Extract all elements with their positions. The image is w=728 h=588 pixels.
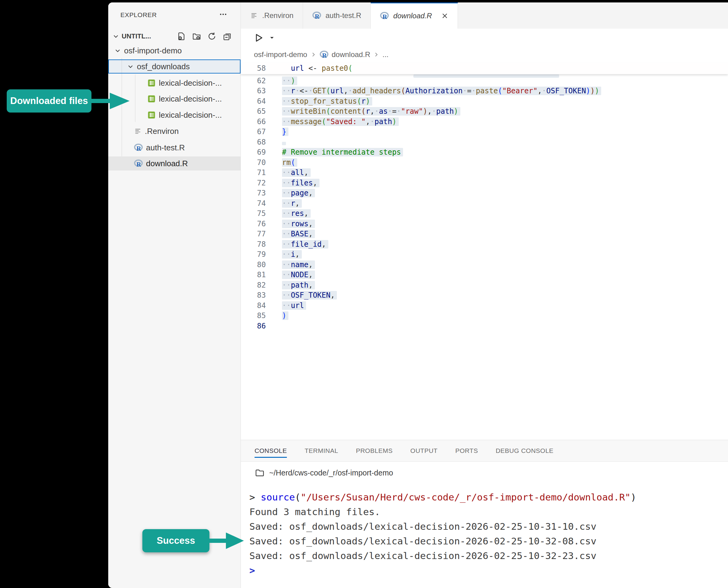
editor-tab--renviron[interactable]: .Renviron (241, 2, 303, 29)
r-file-icon: R (134, 159, 143, 168)
console-line: Saved: osf_downloads/lexical-decision-20… (249, 534, 728, 548)
breadcrumb-item[interactable]: osf-import-demo (254, 50, 307, 59)
tab-label: .Renviron (262, 11, 294, 20)
console-output[interactable]: > source("/Users/Susan/Herd/cws-code/_r/… (241, 484, 728, 588)
line-number: 81 (241, 271, 266, 279)
breadcrumb-item[interactable]: ... (382, 50, 388, 59)
line-number: 76 (241, 219, 266, 228)
tree-item-label: lexical-decision-... (159, 110, 222, 120)
tree-item-label: osf_downloads (137, 62, 190, 71)
panel-tab-ports[interactable]: PORTS (455, 440, 478, 461)
refresh-icon[interactable] (208, 32, 216, 41)
code-line-69: 69# Remove intermediate steps (241, 147, 728, 158)
code-line: url <- paste0( (282, 64, 352, 72)
csv-file-icon (147, 111, 156, 119)
code-line-84: 84··url (241, 300, 728, 311)
new-file-icon[interactable] (177, 32, 186, 41)
more-actions-icon[interactable] (219, 10, 227, 18)
svg-text:R: R (322, 52, 327, 59)
code-line-74: 74··r, (241, 198, 728, 209)
code-editor[interactable]: 62··)63··r·<-·GET(url,·add_headers(Autho… (241, 76, 728, 331)
run-dropdown-icon[interactable] (269, 35, 275, 41)
explorer-header: EXPLORER (108, 2, 240, 27)
code-line-86: 86 (241, 321, 728, 331)
new-folder-icon[interactable] (192, 32, 201, 41)
code-line-66: 66··message("Saved: ",·path) (241, 117, 728, 127)
line-number: 84 (241, 301, 266, 310)
r-file-icon: R (320, 50, 329, 59)
working-directory-row: ~/Herd/cws-code/_r/osf-import-demo (241, 462, 728, 484)
panel-tab-terminal[interactable]: TERMINAL (304, 440, 338, 461)
chevron-down-icon (112, 33, 119, 40)
text-file-icon (250, 12, 258, 20)
code-line-76: 76··rows, (241, 219, 728, 229)
line-number: 74 (241, 199, 266, 208)
svg-text:R: R (383, 13, 387, 20)
collapse-all-icon[interactable] (223, 32, 231, 41)
console-line: Found 3 matching files. (249, 504, 728, 519)
code-line-71: 71··all, (241, 168, 728, 178)
tree-item-osf-import-demo[interactable]: osf-import-demo (108, 44, 240, 58)
editor-tab-download-r[interactable]: Rdownload.R (371, 2, 458, 29)
line-number: 71 (241, 168, 266, 177)
svg-text:R: R (136, 161, 141, 168)
close-icon[interactable] (441, 12, 448, 20)
console-line: > source("/Users/Susan/Herd/cws-code/_r/… (249, 490, 728, 504)
workspace-section-header[interactable]: UNTITL... (108, 29, 240, 43)
code-line-70: 70rm( (241, 158, 728, 168)
explorer-sidebar: EXPLORER UNTITL... (108, 2, 241, 588)
tree-item-auth-test-r[interactable]: Rauth-test.R (108, 141, 240, 155)
folder-icon (255, 468, 264, 477)
r-file-icon: R (380, 11, 389, 20)
chevron-right-icon (311, 51, 317, 58)
csv-file-icon (147, 79, 156, 87)
line-number: 77 (241, 230, 266, 238)
breadcrumb-item[interactable]: download.R (332, 50, 370, 59)
working-directory-path[interactable]: ~/Herd/cws-code/_r/osf-import-demo (269, 468, 393, 477)
line-number: 80 (241, 260, 266, 269)
run-file-button[interactable] (254, 33, 264, 43)
console-prompt[interactable]: > (249, 563, 728, 578)
bottom-panel: CONSOLETERMINALPROBLEMSOUTPUTPORTSDEBUG … (241, 440, 728, 588)
code-line-78: 78··file_id, (241, 239, 728, 250)
line-number: 82 (241, 281, 266, 289)
chevron-right-icon (373, 51, 379, 58)
code-line-64: 64··stop_for_status(r) (241, 96, 728, 106)
line-number: 86 (241, 322, 266, 330)
code-line-85: 85) (241, 311, 728, 321)
r-file-icon: R (134, 143, 143, 152)
tree-item-label: lexical-decision-... (159, 94, 222, 104)
tree-item-label: osf-import-demo (124, 46, 182, 56)
editor-tab-auth-test-r[interactable]: Rauth-test.R (303, 2, 371, 29)
tree-item-osf-downloads[interactable]: osf_downloads (108, 60, 240, 74)
line-number: 75 (241, 209, 266, 218)
code-line-83: 83··OSF_TOKEN, (241, 290, 728, 301)
success-arrow (209, 531, 245, 550)
code-line-73: 73··page, (241, 188, 728, 198)
chevron-down-icon (114, 47, 121, 54)
code-line-82: 82··path, (241, 280, 728, 290)
editor-tab-bar: .RenvironRauth-test.RRdownload.R (241, 2, 728, 29)
svg-text:R: R (315, 13, 320, 20)
sticky-scroll-line[interactable]: 58 url <- paste0( (241, 63, 728, 74)
tree-item-lexical-decision-[interactable]: lexical-decision-... (108, 76, 240, 90)
editor-area: .RenvironRauth-test.RRdownload.R osf-imp… (241, 2, 728, 440)
panel-tab-problems[interactable]: PROBLEMS (356, 440, 393, 461)
console-line: Saved: osf_downloads/lexical-decision-20… (249, 519, 728, 534)
explorer-actions (177, 32, 231, 41)
code-line-72: 72··files, (241, 178, 728, 188)
tree-item--renviron[interactable]: .Renviron (108, 124, 240, 138)
code-line-67: 67} (241, 127, 728, 137)
panel-tab-console[interactable]: CONSOLE (255, 440, 287, 461)
panel-tab-debug-console[interactable]: DEBUG CONSOLE (496, 440, 554, 461)
line-number: 79 (241, 250, 266, 259)
line-number: 85 (241, 311, 266, 320)
tab-label: auth-test.R (326, 11, 361, 20)
code-line-79: 79··i, (241, 250, 728, 260)
panel-tab-bar: CONSOLETERMINALPROBLEMSOUTPUTPORTSDEBUG … (241, 440, 728, 462)
panel-tab-output[interactable]: OUTPUT (410, 440, 437, 461)
line-number: 68 (241, 138, 266, 146)
downloaded-files-callout: Downloaded files (7, 89, 91, 112)
code-line-80: 80··name, (241, 259, 728, 270)
tree-item-download-r[interactable]: Rdownload.R (108, 156, 240, 170)
